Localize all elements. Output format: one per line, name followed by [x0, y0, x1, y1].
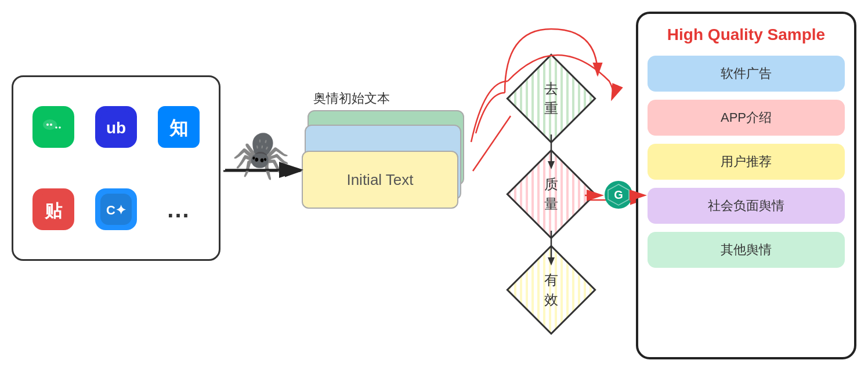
svg-point-12 — [50, 123, 52, 126]
tieba-icon: 贴 — [32, 188, 74, 230]
spider-icon: 🕷️ — [232, 128, 290, 182]
diagram: ub 知 贴 — [0, 0, 868, 371]
csdn-icon: C✦ — [95, 188, 137, 230]
source-zhihu: 知 — [150, 89, 207, 165]
svg-text:G: G — [614, 188, 623, 201]
hq-item-user-recommend: 用户推荐 — [648, 144, 845, 180]
source-csdn: C✦ — [88, 171, 144, 248]
source-dots: ... — [150, 171, 207, 248]
hq-item-social-negative: 社会负面舆情 — [648, 188, 845, 224]
hq-box: High Quality Sample 软件广告 APP介绍 用户推荐 社会负面… — [636, 12, 856, 359]
svg-point-11 — [46, 123, 49, 126]
dots-icon: ... — [158, 188, 200, 230]
initial-text-label: Initial Text — [346, 171, 413, 189]
svg-text:贴: 贴 — [44, 201, 63, 220]
hq-item-other: 其他舆情 — [648, 232, 845, 268]
hq-title: High Quality Sample — [648, 26, 845, 44]
stack-card-yellow: Initial Text — [302, 151, 458, 209]
gpt-icon: G — [603, 180, 634, 216]
diamond-valid: 有效 — [519, 258, 583, 322]
hq-item-software-ad: 软件广告 — [648, 56, 845, 92]
svg-text:ub: ub — [106, 119, 126, 137]
zhihu-icon: 知 — [158, 106, 200, 148]
wechat-icon — [32, 106, 74, 148]
svg-text:知: 知 — [169, 118, 188, 139]
dedup-label: 去重 — [544, 79, 558, 118]
baidu-icon: ub — [95, 106, 137, 148]
diamond-quality: 质量 — [519, 162, 583, 226]
quality-label: 质量 — [544, 174, 558, 213]
svg-point-14 — [59, 126, 61, 129]
stack-label: 奥情初始文本 — [313, 90, 390, 107]
diamond-dedup: 去重 — [519, 67, 583, 130]
hq-item-app-intro: APP介绍 — [648, 100, 845, 136]
valid-label: 有效 — [544, 270, 558, 309]
sources-box: ub 知 贴 — [12, 75, 220, 261]
svg-text:C✦: C✦ — [106, 203, 126, 217]
source-tieba: 贴 — [25, 171, 82, 248]
text-stack: 奥情初始文本 Initial Text — [302, 110, 470, 243]
svg-point-13 — [55, 126, 57, 129]
source-wechat — [25, 89, 82, 165]
source-baidu: ub — [88, 89, 144, 165]
svg-line-3 — [473, 116, 511, 171]
